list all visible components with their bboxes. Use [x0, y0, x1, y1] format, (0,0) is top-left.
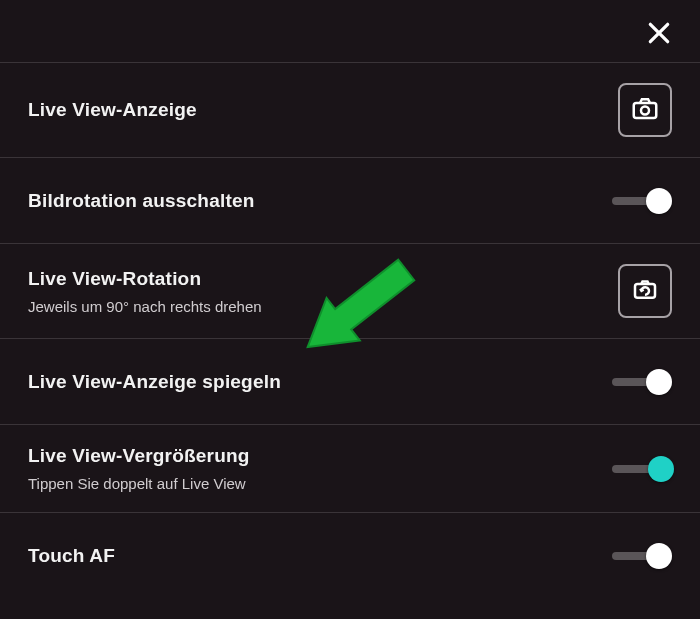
live-view-display-button[interactable] [618, 83, 672, 137]
svg-point-3 [641, 107, 649, 115]
toggle-knob [646, 188, 672, 214]
setting-title: Live View-Vergrößerung [28, 445, 250, 467]
setting-title: Touch AF [28, 545, 115, 567]
close-row [0, 0, 700, 62]
close-button[interactable] [642, 18, 676, 52]
settings-panel: Live View-Anzeige Bildrotation ausschalt… [0, 0, 700, 619]
toggle-knob [646, 369, 672, 395]
camera-icon [630, 93, 660, 127]
setting-row-touch-af[interactable]: Touch AF [0, 512, 700, 598]
toggle-mirror-live-view[interactable] [612, 365, 672, 399]
rotate-camera-icon [630, 274, 660, 308]
setting-row-disable-image-rotation[interactable]: Bildrotation ausschalten [0, 157, 700, 243]
toggle-live-view-zoom[interactable] [612, 452, 672, 486]
setting-row-live-view-rotation[interactable]: Live View-Rotation Jeweils um 90° nach r… [0, 243, 700, 338]
setting-subtitle: Jeweils um 90° nach rechts drehen [28, 298, 262, 315]
setting-labels: Touch AF [28, 545, 115, 567]
setting-title: Live View-Anzeige spiegeln [28, 371, 281, 393]
setting-title: Bildrotation ausschalten [28, 190, 255, 212]
setting-row-live-view-zoom[interactable]: Live View-Vergrößerung Tippen Sie doppel… [0, 424, 700, 512]
setting-title: Live View-Rotation [28, 268, 262, 290]
setting-title: Live View-Anzeige [28, 99, 197, 121]
setting-labels: Live View-Anzeige [28, 99, 197, 121]
toggle-knob [648, 456, 674, 482]
setting-labels: Live View-Vergrößerung Tippen Sie doppel… [28, 445, 250, 492]
toggle-touch-af[interactable] [612, 539, 672, 573]
close-icon [646, 20, 672, 50]
toggle-disable-image-rotation[interactable] [612, 184, 672, 218]
setting-row-live-view-display[interactable]: Live View-Anzeige [0, 62, 700, 157]
setting-labels: Live View-Rotation Jeweils um 90° nach r… [28, 268, 262, 315]
live-view-rotation-button[interactable] [618, 264, 672, 318]
setting-row-mirror-live-view[interactable]: Live View-Anzeige spiegeln [0, 338, 700, 424]
toggle-knob [646, 543, 672, 569]
setting-subtitle: Tippen Sie doppelt auf Live View [28, 475, 250, 492]
setting-labels: Bildrotation ausschalten [28, 190, 255, 212]
setting-labels: Live View-Anzeige spiegeln [28, 371, 281, 393]
